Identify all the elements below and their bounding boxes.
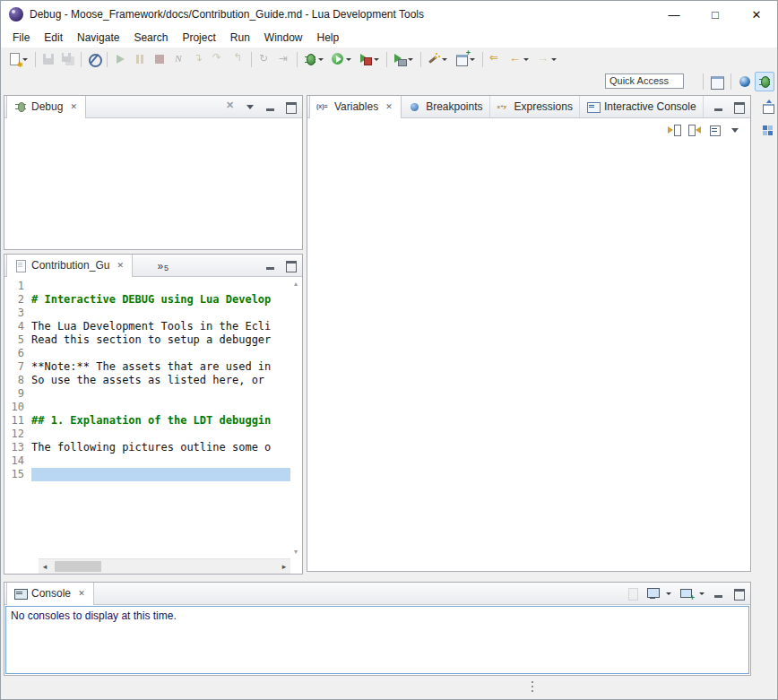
scrollbar-track[interactable] <box>51 559 278 574</box>
close-icon[interactable] <box>68 101 79 112</box>
open-console-button[interactable] <box>679 586 693 601</box>
disconnect-button[interactable] <box>169 49 189 69</box>
app-logo-icon[interactable] <box>9 7 23 22</box>
ldt-perspective-button[interactable] <box>735 72 755 91</box>
scroll-down-icon[interactable] <box>290 548 301 556</box>
save-button[interactable] <box>39 49 58 69</box>
chevron-down-icon[interactable] <box>550 52 558 66</box>
quick-access-input[interactable]: Quick Access <box>605 73 684 89</box>
maximize-window-button[interactable]: □ <box>695 1 736 28</box>
chevron-down-icon[interactable] <box>317 52 325 66</box>
step-over-button[interactable] <box>209 49 229 69</box>
collapse-all-button[interactable] <box>708 123 722 137</box>
back-button[interactable] <box>506 49 533 69</box>
view-menu-button[interactable] <box>729 123 743 137</box>
resize-grip[interactable] <box>532 681 535 694</box>
new-wizard-dialog-button[interactable] <box>424 49 452 69</box>
restore-view-button[interactable] <box>758 97 777 116</box>
chevron-down-icon[interactable] <box>469 52 477 66</box>
step-return-button[interactable] <box>229 49 248 69</box>
maximize-view-button[interactable] <box>731 586 746 601</box>
editor-tab-contribution-guide[interactable]: Contribution_Gu <box>6 255 133 276</box>
run-last-button[interactable] <box>356 49 384 69</box>
line-text[interactable]: Read this section to setup a debugger <box>31 333 290 347</box>
suspend-button[interactable] <box>130 49 150 69</box>
editor-line[interactable]: 8So use the assets as listed here, or <box>4 374 302 387</box>
chevron-down-icon[interactable] <box>407 52 415 66</box>
variables-content[interactable] <box>307 118 750 571</box>
view-menu-button[interactable] <box>244 99 258 114</box>
clear-console-button[interactable] <box>626 586 640 601</box>
debug-view-content[interactable] <box>4 118 302 249</box>
editor-tab-overflow[interactable]: 5 <box>152 255 173 276</box>
menu-item-window[interactable]: Window <box>257 30 310 46</box>
tab-breakpoints[interactable]: Breakpoints <box>402 96 489 117</box>
tab-variables[interactable]: Variables <box>309 96 402 117</box>
debug-perspective-button[interactable] <box>755 72 774 91</box>
new-window-button[interactable] <box>452 49 480 69</box>
terminate-button[interactable] <box>150 49 169 69</box>
scroll-up-icon[interactable] <box>290 280 301 288</box>
editor-line[interactable]: 11## 1. Explanation of the LDT debuggin <box>4 414 302 428</box>
chevron-down-icon[interactable] <box>665 586 673 601</box>
chevron-down-icon[interactable] <box>22 52 30 66</box>
line-text[interactable] <box>31 428 290 441</box>
forward-button[interactable] <box>533 49 561 69</box>
minimize-view-button[interactable] <box>712 99 726 114</box>
editor-line[interactable]: 7**Note:** The assets that are used in <box>4 360 302 374</box>
line-text[interactable]: ## 1. Explanation of the LDT debuggin <box>31 414 290 428</box>
editor-line[interactable]: 5Read this section to setup a debugger <box>4 333 302 347</box>
remove-all-terminated-button[interactable] <box>224 99 238 114</box>
new-wizard-button[interactable] <box>4 49 32 69</box>
console-text-area[interactable]: No consoles to display at this time. <box>5 606 749 674</box>
editor-line[interactable]: 2# Interactive DEBUG using Lua Develop <box>4 293 302 307</box>
minimize-view-button[interactable] <box>264 99 278 114</box>
editor-line[interactable]: 4The Lua Development Tools in the Ecli <box>4 320 302 333</box>
debug-button[interactable] <box>300 49 328 69</box>
resume-button[interactable] <box>110 49 130 69</box>
line-text[interactable]: So use the assets as listed here, or <box>31 374 290 387</box>
minimize-window-button[interactable]: — <box>653 1 695 28</box>
view-grid-button[interactable] <box>758 120 777 139</box>
close-icon[interactable] <box>76 588 87 599</box>
editor-text-area[interactable]: 1 2# Interactive DEBUG using Lua Develop… <box>4 277 302 558</box>
horizontal-scrollbar[interactable] <box>39 558 290 574</box>
tab-debug[interactable]: Debug <box>6 96 86 117</box>
chevron-down-icon[interactable] <box>698 586 706 601</box>
scroll-right-icon[interactable] <box>278 559 290 574</box>
tab-console[interactable]: Console <box>6 583 94 604</box>
tab-interactive-console[interactable]: Interactive Console <box>580 96 704 117</box>
open-perspective-button[interactable] <box>707 72 727 91</box>
last-edit-location-button[interactable] <box>486 49 506 69</box>
editor-content[interactable]: 1 2# Interactive DEBUG using Lua Develop… <box>4 277 302 574</box>
menu-item-run[interactable]: Run <box>223 30 257 46</box>
line-text[interactable]: # Interactive DEBUG using Lua Develop <box>31 293 290 307</box>
line-text[interactable] <box>31 387 290 401</box>
line-text[interactable] <box>31 307 290 320</box>
menu-item-edit[interactable]: Edit <box>37 30 70 46</box>
show-logical-structure-button[interactable] <box>667 123 681 137</box>
line-text[interactable]: **Note:** The assets that are used in <box>31 360 290 374</box>
editor-line[interactable]: 1 <box>4 280 302 293</box>
menu-item-file[interactable]: File <box>5 30 37 46</box>
menu-item-search[interactable]: Search <box>126 30 175 46</box>
line-text[interactable] <box>31 401 290 414</box>
chevron-down-icon[interactable] <box>373 52 381 66</box>
close-window-button[interactable]: ✕ <box>736 1 777 28</box>
editor-line[interactable]: 10 <box>4 401 302 414</box>
editor-line[interactable]: 9 <box>4 387 302 401</box>
display-selected-console-button[interactable] <box>645 586 660 601</box>
maximize-view-button[interactable] <box>283 99 298 114</box>
maximize-view-button[interactable] <box>283 258 298 272</box>
scrollbar-thumb[interactable] <box>55 561 101 572</box>
close-icon[interactable] <box>115 260 125 271</box>
editor-current-line[interactable]: 15 <box>4 468 302 481</box>
editor-line[interactable]: 12 <box>4 428 302 441</box>
restart-button[interactable] <box>255 49 274 69</box>
line-text[interactable]: The following pictures outline some o <box>31 441 290 454</box>
maximize-view-button[interactable] <box>731 99 746 114</box>
run-button[interactable] <box>328 49 356 69</box>
chevron-down-icon[interactable] <box>523 52 531 66</box>
editor-line[interactable]: 6 <box>4 347 302 360</box>
menu-item-help[interactable]: Help <box>310 30 347 46</box>
